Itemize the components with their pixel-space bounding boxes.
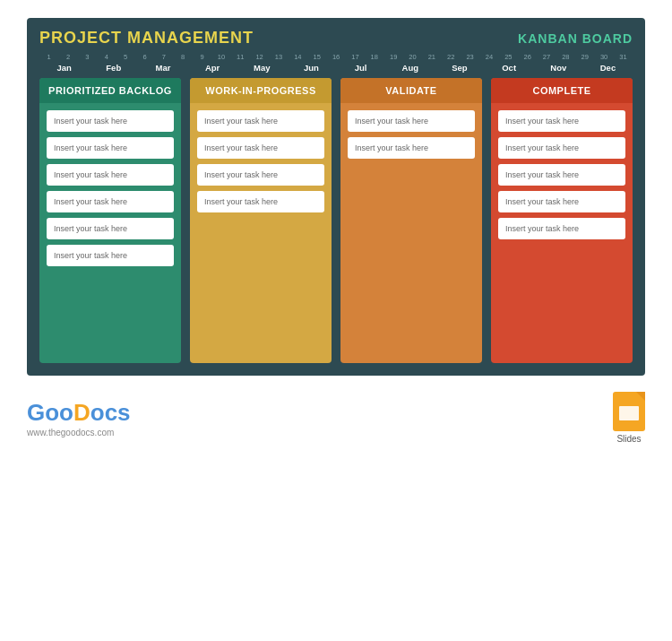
calendar-month-aug: Aug [385,63,435,73]
calendar-day-2: 2 [58,53,77,61]
col-header-wip: WORK-IN-PROGRESS [190,78,332,103]
calendar-day-15: 15 [307,53,326,61]
calendar-month-jun: Jun [287,63,336,73]
calendar-month-sep: Sep [435,63,484,73]
col-body-validate: Insert your task hereInsert your task he… [340,103,482,363]
calendar-day-21: 21 [422,53,441,61]
kanban-columns: PRIORITIZED BACKLOGInsert your task here… [39,78,633,363]
task-card-complete-2[interactable]: Insert your task here [498,164,625,186]
logo-goo: Goo [27,399,73,426]
task-card-backlog-2[interactable]: Insert your task here [47,164,174,186]
task-card-validate-0[interactable]: Insert your task here [348,110,475,132]
calendar-month-may: May [237,63,287,73]
page-wrapper: PROJECT MANAGEMENT KANBAN BOARD 12345678… [0,0,672,641]
calendar-day-18: 18 [365,53,383,61]
calendar-day-23: 23 [461,53,479,61]
calendar-month-oct: Oct [485,63,534,73]
col-body-wip: Insert your task hereInsert your task he… [190,103,332,363]
logo-ocs: ocs [90,399,131,426]
task-card-complete-1[interactable]: Insert your task here [498,137,625,159]
calendar-month-dec: Dec [583,63,633,73]
slides-icon-inner [619,406,639,420]
calendar-day-28: 28 [556,53,575,61]
calendar-month-feb: Feb [89,63,138,73]
calendar-month-mar: Mar [138,63,187,73]
calendar-day-19: 19 [383,53,402,61]
kanban-col-wip: WORK-IN-PROGRESSInsert your task hereIns… [190,78,332,363]
calendar-day-5: 5 [116,53,134,61]
calendar-days-row: 1234567891011121314151617181920212223242… [39,53,633,61]
calendar-month-apr: Apr [188,63,237,73]
calendar-day-26: 26 [518,53,537,61]
task-card-backlog-4[interactable]: Insert your task here [47,218,174,239]
calendar-day-8: 8 [174,53,193,61]
board-header: PROJECT MANAGEMENT KANBAN BOARD [39,29,633,48]
calendar-day-16: 16 [326,53,345,61]
calendar-day-14: 14 [289,53,307,61]
col-header-backlog: PRIORITIZED BACKLOG [39,78,181,103]
kanban-col-complete: COMPLETEInsert your task hereInsert your… [491,78,633,363]
calendar-day-10: 10 [211,53,230,61]
calendar-day-4: 4 [97,53,116,61]
calendar-day-3: 3 [78,53,97,61]
logo-url: www.thegoodocs.com [27,428,131,437]
calendar-day-17: 17 [346,53,365,61]
kanban-col-validate: VALIDATEInsert your task hereInsert your… [340,78,482,363]
calendar-day-27: 27 [537,53,556,61]
project-title: PROJECT MANAGEMENT [39,29,254,48]
calendar-day-29: 29 [575,53,594,61]
calendar-month-jul: Jul [336,63,385,73]
calendar-day-24: 24 [479,53,498,61]
logo-text: GooDocs [27,399,131,427]
col-header-complete: COMPLETE [491,78,633,103]
calendar-day-30: 30 [594,53,613,61]
calendar-day-12: 12 [250,53,269,61]
col-body-backlog: Insert your task hereInsert your task he… [39,103,181,363]
calendar-day-13: 13 [269,53,288,61]
calendar-day-25: 25 [499,53,518,61]
task-card-validate-1[interactable]: Insert your task here [348,137,475,159]
slides-badge: Slides [613,392,645,444]
calendar-day-22: 22 [442,53,461,61]
calendar-day-11: 11 [231,53,250,61]
calendar-month-jan: Jan [39,63,89,73]
kanban-col-backlog: PRIORITIZED BACKLOGInsert your task here… [39,78,181,363]
task-card-complete-4[interactable]: Insert your task here [498,218,625,239]
calendar-months-row: JanFebMarAprMayJunJulAugSepOctNovDec [39,63,633,73]
logo-section: GooDocs www.thegoodocs.com [27,399,131,437]
task-card-complete-3[interactable]: Insert your task here [498,191,625,212]
kanban-title: KANBAN BOARD [518,31,633,46]
slides-label: Slides [616,434,641,444]
calendar-day-20: 20 [403,53,422,61]
footer: GooDocs www.thegoodocs.com Slides [27,392,645,444]
task-card-backlog-3[interactable]: Insert your task here [47,191,174,212]
calendar-month-nov: Nov [534,63,583,73]
calendar-day-1: 1 [39,53,58,61]
task-card-complete-0[interactable]: Insert your task here [498,110,625,132]
calendar-day-31: 31 [614,53,633,61]
task-card-backlog-1[interactable]: Insert your task here [47,137,174,159]
logo-d-orange: D [73,399,90,426]
slides-icon [613,392,645,431]
task-card-wip-2[interactable]: Insert your task here [197,164,324,186]
calendar-day-6: 6 [135,53,154,61]
calendar-day-7: 7 [154,53,173,61]
kanban-container: PROJECT MANAGEMENT KANBAN BOARD 12345678… [27,18,645,376]
task-card-backlog-0[interactable]: Insert your task here [47,110,174,132]
col-header-validate: VALIDATE [340,78,482,103]
calendar-day-9: 9 [193,53,211,61]
task-card-wip-1[interactable]: Insert your task here [197,137,324,159]
task-card-backlog-5[interactable]: Insert your task here [47,245,174,266]
task-card-wip-3[interactable]: Insert your task here [197,191,324,212]
task-card-wip-0[interactable]: Insert your task here [197,110,324,132]
col-body-complete: Insert your task hereInsert your task he… [491,103,633,363]
